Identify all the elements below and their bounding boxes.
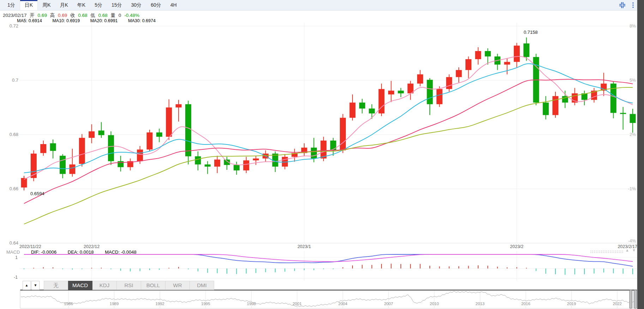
svg-text:8%: 8% <box>630 24 636 29</box>
low-price-annotation: 0.6594 <box>30 191 44 196</box>
indicator-tab-DMI[interactable]: DMI <box>190 281 214 290</box>
candle-body[interactable] <box>417 74 423 84</box>
navigator-handle[interactable] <box>634 290 637 308</box>
macd-value: MACD: -0.0048 <box>105 249 137 255</box>
candle-body[interactable] <box>446 77 452 89</box>
navigator-pane[interactable]: 1986198919921995199820012004200720102013… <box>20 290 637 308</box>
indicator-tab-WR[interactable]: WR <box>165 281 190 290</box>
period-tab-5分[interactable]: 5分 <box>90 0 107 10</box>
candle-body[interactable] <box>514 45 520 62</box>
chart-canvas[interactable]: 0.728%0.75%0.682%0.66-1%0.64-4%2022/11/2… <box>0 0 644 309</box>
candle-body[interactable] <box>630 114 636 123</box>
indicator-tab-row: ▲ ▼ 无MACDKDJRSIBOLLWRDMI <box>23 281 214 290</box>
candle-body[interactable] <box>369 109 375 113</box>
candle-body[interactable] <box>359 103 365 109</box>
indicator-tab-BOLL[interactable]: BOLL <box>141 281 165 290</box>
candle-body[interactable] <box>243 160 249 170</box>
candle-body[interactable] <box>69 165 75 174</box>
macd-pane-drag-handle[interactable] <box>590 250 624 253</box>
candle-body[interactable] <box>379 89 385 113</box>
period-tab-年K[interactable]: 年K <box>73 0 90 10</box>
candle-body[interactable] <box>31 154 37 178</box>
candlestick-pane[interactable] <box>21 37 636 224</box>
kebab-menu-icon[interactable] <box>632 2 634 8</box>
volume-value: 0 <box>119 13 121 18</box>
candle-body[interactable] <box>320 141 326 159</box>
candle-body[interactable] <box>456 70 462 77</box>
candle-body[interactable] <box>137 149 143 161</box>
candle-body[interactable] <box>195 156 201 165</box>
candle-body[interactable] <box>50 143 56 151</box>
candle-body[interactable] <box>185 104 191 156</box>
period-tab-周K[interactable]: 周K <box>38 0 55 10</box>
candle-body[interactable] <box>205 165 211 167</box>
candle-body[interactable] <box>543 103 549 115</box>
candle-body[interactable] <box>311 148 317 159</box>
period-tab-日K[interactable]: 日K <box>20 0 38 10</box>
candle-body[interactable] <box>156 132 162 137</box>
indicator-up-button[interactable]: ▲ <box>23 281 31 290</box>
high-label: 高 <box>50 13 55 18</box>
candle-body[interactable] <box>40 144 46 153</box>
collapse-icon[interactable] <box>619 2 626 8</box>
candle-body[interactable] <box>475 51 481 59</box>
pane-up-icon[interactable]: ▲ <box>625 248 632 252</box>
period-tab-1分[interactable]: 1分 <box>3 0 20 10</box>
candle-body[interactable] <box>504 62 510 65</box>
candle-body[interactable] <box>552 96 558 115</box>
window-scrollbar-strip[interactable] <box>637 0 644 309</box>
svg-text:2013: 2013 <box>476 302 485 306</box>
period-tab-4H[interactable]: 4H <box>166 0 181 10</box>
candle-body[interactable] <box>176 104 182 107</box>
indicator-tab-MACD[interactable]: MACD <box>68 281 92 290</box>
period-tab-30分[interactable]: 30分 <box>127 0 146 10</box>
candle-body[interactable] <box>166 107 172 137</box>
period-tab-月K[interactable]: 月K <box>55 0 72 10</box>
period-tab-15分[interactable]: 15分 <box>107 0 127 10</box>
dea-line <box>24 254 633 262</box>
candle-body[interactable] <box>398 91 404 93</box>
close-value: 0.68 <box>78 13 87 18</box>
candle-body[interactable] <box>272 154 278 167</box>
open-value: 0.69 <box>38 13 47 18</box>
indicator-tab-无[interactable]: 无 <box>44 281 68 290</box>
candle-body[interactable] <box>146 132 152 150</box>
svg-text:2023/1: 2023/1 <box>297 244 311 249</box>
indicator-tab-RSI[interactable]: RSI <box>117 281 141 290</box>
candle-body[interactable] <box>349 103 355 118</box>
svg-text:2019: 2019 <box>567 302 576 306</box>
indicator-down-button[interactable]: ▼ <box>31 281 40 290</box>
low-value: 0.68 <box>98 13 108 18</box>
candle-body[interactable] <box>620 113 626 114</box>
candle-body[interactable] <box>60 156 66 174</box>
indicator-tab-KDJ[interactable]: KDJ <box>92 281 117 290</box>
candle-body[interactable] <box>340 118 346 150</box>
candle-body[interactable] <box>465 59 471 70</box>
candle-body[interactable] <box>21 178 27 187</box>
low-label: 低 <box>90 13 95 18</box>
candle-body[interactable] <box>89 131 95 138</box>
candle-body[interactable] <box>523 43 529 57</box>
svg-text:1: 1 <box>15 255 18 260</box>
candle-body[interactable] <box>108 135 114 161</box>
svg-text:1986: 1986 <box>64 302 73 306</box>
candle-body[interactable] <box>437 89 443 104</box>
svg-text:2023/2: 2023/2 <box>510 244 523 249</box>
navigator-handle[interactable] <box>630 290 632 308</box>
candle-body[interactable] <box>253 159 259 160</box>
quote-info-row: 2023/02/17 开 0.69 高 0.69 收 0.68 低 0.68 量… <box>3 12 141 19</box>
ma5-legend: MA5: 0.6914 <box>17 18 42 23</box>
candle-body[interactable] <box>427 80 433 104</box>
svg-text:5%: 5% <box>630 78 636 83</box>
candle-body[interactable] <box>234 165 240 170</box>
candle-body[interactable] <box>388 91 394 94</box>
candle-body[interactable] <box>485 51 491 56</box>
period-tab-60分[interactable]: 60分 <box>146 0 166 10</box>
svg-text:-1: -1 <box>14 275 18 280</box>
candle-body[interactable] <box>214 160 220 167</box>
high-value: 0.69 <box>58 13 67 18</box>
candle-body[interactable] <box>98 130 104 135</box>
candle-body[interactable] <box>330 141 336 150</box>
svg-text:2022/11/22: 2022/11/22 <box>19 244 41 249</box>
candle-body[interactable] <box>79 138 85 164</box>
